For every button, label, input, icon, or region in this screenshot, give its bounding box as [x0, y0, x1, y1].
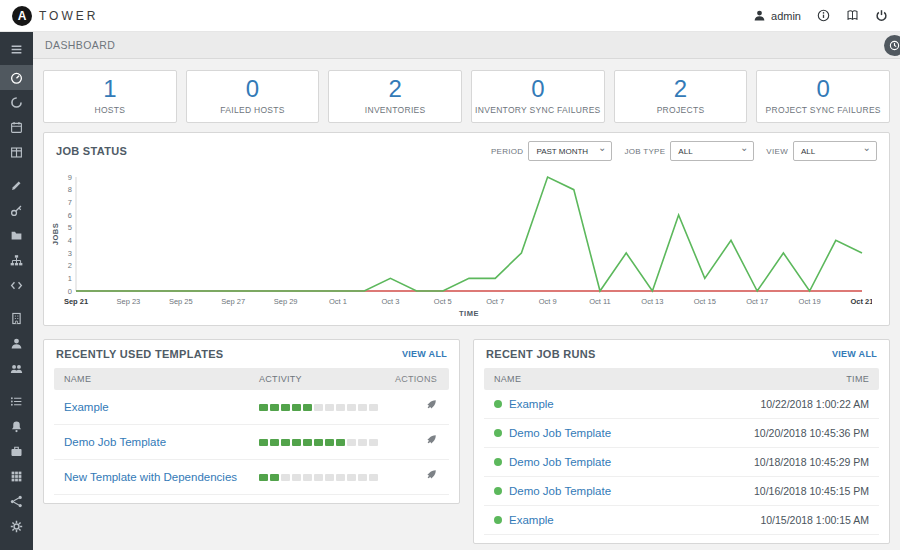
sidebar-item-notifications[interactable]: [0, 414, 33, 439]
sidebar-toggle-button[interactable]: [0, 35, 33, 63]
svg-text:Sep 27: Sep 27: [221, 297, 245, 306]
stat-card-failed-hosts[interactable]: 0 FAILED HOSTS: [186, 70, 320, 123]
main-content: DASHBOARD 1 HOSTS 0 FAILED HOSTS 2 INVEN…: [33, 0, 900, 550]
stat-label: PROJECT SYNC FAILURES: [759, 105, 887, 115]
job-name-link[interactable]: Demo Job Template: [509, 485, 611, 497]
sidebar-item-portal-mode[interactable]: [0, 140, 33, 165]
dashboard-icon: [10, 71, 23, 84]
grid-icon: [10, 470, 23, 483]
key-icon: [10, 204, 23, 217]
template-name-link[interactable]: New Template with Dependencies: [64, 471, 259, 483]
filter-period: PERIOD PAST MONTH: [491, 141, 612, 161]
stat-value: 0: [474, 74, 602, 104]
template-name-link[interactable]: Example: [64, 401, 259, 413]
period-select[interactable]: PAST MONTH: [528, 141, 612, 161]
job-name-link[interactable]: Demo Job Template: [509, 456, 611, 468]
sidebar-item-settings[interactable]: [0, 514, 33, 539]
template-name-link[interactable]: Demo Job Template: [64, 436, 259, 448]
job-status-success-dot: [494, 400, 502, 408]
sidebar-item-organizations[interactable]: [0, 306, 33, 331]
svg-text:8: 8: [68, 185, 72, 194]
current-user-label: admin: [771, 10, 801, 22]
stat-label: FAILED HOSTS: [189, 105, 317, 115]
sidebar-item-credentials[interactable]: [0, 198, 33, 223]
launch-rocket-icon[interactable]: [424, 399, 437, 412]
svg-text:Oct 9: Oct 9: [539, 297, 557, 306]
sidebar-item-users[interactable]: [0, 331, 33, 356]
launch-rocket-icon[interactable]: [424, 469, 437, 482]
sidebar-item-applications[interactable]: [0, 489, 33, 514]
job-status-success-dot: [494, 458, 502, 466]
svg-text:Oct 5: Oct 5: [434, 297, 452, 306]
job-name-link[interactable]: Example: [509, 398, 554, 410]
job-name-link[interactable]: Example: [509, 514, 554, 526]
stat-card-project-sync-failures[interactable]: 0 PROJECT SYNC FAILURES: [756, 70, 890, 123]
logout-button[interactable]: [875, 9, 888, 22]
job-time: 10/20/2018 10:45:36 PM: [754, 427, 869, 439]
sidebar-item-templates[interactable]: [0, 173, 33, 198]
col-actions: ACTIONS: [387, 374, 439, 384]
sidebar-item-instance-groups[interactable]: [0, 464, 33, 489]
sidebar-item-credential-types[interactable]: [0, 389, 33, 414]
svg-text:Sep 25: Sep 25: [169, 297, 193, 306]
filter-period-label: PERIOD: [491, 147, 523, 156]
activity-stream-button[interactable]: [884, 35, 900, 56]
filter-view: VIEW ALL: [766, 141, 877, 161]
template-activity-sparkline: [259, 474, 387, 481]
about-button[interactable]: [817, 9, 830, 22]
stat-card-projects[interactable]: 2 PROJECTS: [614, 70, 748, 123]
job-status-panel: JOB STATUS PERIOD PAST MONTH JOB TYPE AL…: [43, 132, 890, 326]
table-row: Demo Job Template 10/18/2018 10:45:29 PM: [484, 448, 879, 477]
svg-text:5: 5: [68, 223, 72, 232]
user-icon: [10, 337, 23, 350]
sidebar-item-projects[interactable]: [0, 223, 33, 248]
view-select[interactable]: ALL: [793, 141, 877, 161]
svg-text:4: 4: [68, 236, 72, 245]
col-name: NAME: [64, 374, 259, 384]
launch-rocket-icon[interactable]: [424, 434, 437, 447]
table-row: Example 10/15/2018 1:00:15 AM: [484, 506, 879, 535]
brand-name: TOWER: [39, 9, 98, 23]
job-type-select[interactable]: ALL: [670, 141, 754, 161]
bell-icon: [10, 420, 23, 433]
template-actions: [387, 433, 439, 451]
sidebar-item-jobs[interactable]: [0, 90, 33, 115]
table-row: New Template with Dependencies: [54, 460, 449, 495]
bottom-panels: RECENTLY USED TEMPLATES VIEW ALL NAME AC…: [33, 326, 900, 550]
sidebar-item-inventories[interactable]: [0, 248, 33, 273]
user-icon: [753, 9, 766, 22]
sidebar-item-inventory-scripts[interactable]: [0, 273, 33, 298]
calendar-icon: [10, 121, 23, 134]
docs-button[interactable]: [846, 9, 859, 22]
job-name-link[interactable]: Demo Job Template: [509, 427, 611, 439]
svg-text:0: 0: [68, 287, 72, 296]
job-status-title: JOB STATUS: [56, 145, 127, 157]
stat-label: INVENTORIES: [331, 105, 459, 115]
job-status-success-dot: [494, 516, 502, 524]
templates-table-header: NAME ACTIVITY ACTIONS: [54, 368, 449, 390]
topbar-actions: admin: [753, 9, 888, 22]
jobs-table-header: NAME TIME: [484, 368, 879, 390]
stat-card-inventory-sync-failures[interactable]: 0 INVENTORY SYNC FAILURES: [471, 70, 605, 123]
jobs-view-all-link[interactable]: VIEW ALL: [832, 349, 877, 359]
svg-text:9: 9: [68, 173, 72, 182]
template-actions: [387, 398, 439, 416]
job-status-success-dot: [494, 487, 502, 495]
svg-text:Sep 21: Sep 21: [64, 297, 88, 306]
sidebar-item-teams[interactable]: [0, 356, 33, 381]
sidebar-item-schedules[interactable]: [0, 115, 33, 140]
filter-view-label: VIEW: [766, 147, 788, 156]
templates-view-all-link[interactable]: VIEW ALL: [402, 349, 447, 359]
stat-label: INVENTORY SYNC FAILURES: [474, 105, 602, 115]
page-title: DASHBOARD: [45, 39, 115, 51]
stat-card-inventories[interactable]: 2 INVENTORIES: [328, 70, 462, 123]
menu-icon: [10, 43, 23, 56]
gear-icon: [10, 520, 23, 533]
stat-card-hosts[interactable]: 1 HOSTS: [43, 70, 177, 123]
svg-text:1: 1: [68, 274, 72, 283]
sidebar-item-management-jobs[interactable]: [0, 439, 33, 464]
sidebar-item-dashboard[interactable]: [0, 65, 33, 90]
current-user-menu[interactable]: admin: [753, 9, 801, 22]
svg-text:Oct 7: Oct 7: [486, 297, 504, 306]
stat-value: 0: [189, 74, 317, 104]
